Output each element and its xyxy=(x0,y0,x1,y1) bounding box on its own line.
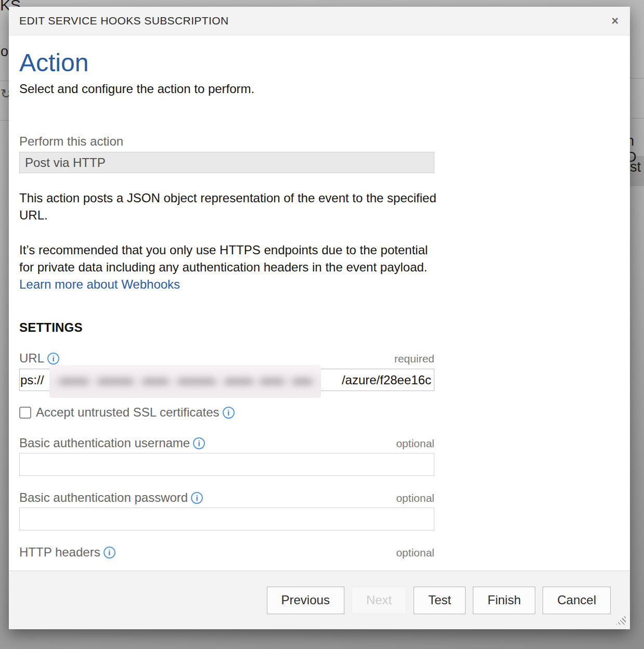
background-divider xyxy=(630,78,644,79)
password-input[interactable] xyxy=(19,508,434,530)
url-value-prefix: ps:// xyxy=(20,369,44,391)
username-input[interactable] xyxy=(19,453,434,476)
background-cell-text-fragment: st xyxy=(630,159,643,175)
background-divider xyxy=(0,81,9,81)
ssl-checkbox-row: Accept untrusted SSL certificates i xyxy=(19,405,630,420)
optional-badge: optional xyxy=(396,547,434,559)
url-label: URL xyxy=(19,351,44,366)
perform-action-label: Perform this action xyxy=(19,134,630,149)
info-icon[interactable]: i xyxy=(47,353,59,365)
password-label: Basic authentication password xyxy=(19,490,188,505)
url-label-row: URL i required xyxy=(19,351,434,366)
page-title: Action xyxy=(19,49,630,77)
dialog-footer: Previous Next Test Finish Cancel xyxy=(9,570,630,629)
previous-button[interactable]: Previous xyxy=(267,587,344,614)
http-headers-label: HTTP headers xyxy=(19,545,100,560)
optional-badge: optional xyxy=(396,492,434,504)
url-value-suffix: /azure/f28ee16c xyxy=(342,369,431,391)
page-subtitle: Select and configure the action to perfo… xyxy=(19,82,630,96)
action-description: This action posts a JSON object represen… xyxy=(19,189,439,224)
background-divider xyxy=(0,120,9,121)
info-icon[interactable]: i xyxy=(223,407,235,419)
ssl-checkbox-label: Accept untrusted SSL certificates xyxy=(36,405,220,420)
settings-heading: SETTINGS xyxy=(19,320,630,335)
resize-handle[interactable] xyxy=(616,615,626,625)
cancel-button[interactable]: Cancel xyxy=(543,587,611,614)
https-recommendation: It’s recommended that you only use HTTPS… xyxy=(19,241,439,293)
dialog-header: EDIT SERVICE HOOKS SUBSCRIPTION × xyxy=(9,7,630,35)
edit-service-hooks-dialog: EDIT SERVICE HOOKS SUBSCRIPTION × Action… xyxy=(9,7,630,629)
refresh-icon: ↻ xyxy=(1,86,9,101)
username-label-row: Basic authentication username i optional xyxy=(19,436,434,450)
dialog-title: EDIT SERVICE HOOKS SUBSCRIPTION xyxy=(19,15,229,27)
finish-button[interactable]: Finish xyxy=(473,587,535,614)
optional-badge: optional xyxy=(396,437,434,450)
info-icon[interactable]: i xyxy=(104,547,115,559)
required-badge: required xyxy=(394,353,434,365)
ssl-checkbox[interactable] xyxy=(19,407,31,419)
password-label-row: Basic authentication password i optional xyxy=(19,490,434,505)
dialog-body: Action Select and configure the action t… xyxy=(9,35,630,570)
action-select: Post via HTTP xyxy=(19,152,434,173)
headers-label-row: HTTP headers i optional xyxy=(19,545,434,560)
background-divider xyxy=(630,118,644,119)
info-icon[interactable]: i xyxy=(193,437,205,449)
next-button: Next xyxy=(352,587,406,614)
learn-more-link[interactable]: Learn more about Webhooks xyxy=(19,277,180,291)
username-label: Basic authentication username xyxy=(19,436,190,450)
test-button[interactable]: Test xyxy=(414,587,466,614)
url-field-wrap: ps:// /azure/f28ee16c xyxy=(19,369,434,391)
redacted-url-blur xyxy=(49,365,321,398)
close-icon[interactable]: × xyxy=(612,15,619,27)
background-text-fragment-left: o xyxy=(1,44,9,60)
info-icon[interactable]: i xyxy=(191,492,203,504)
